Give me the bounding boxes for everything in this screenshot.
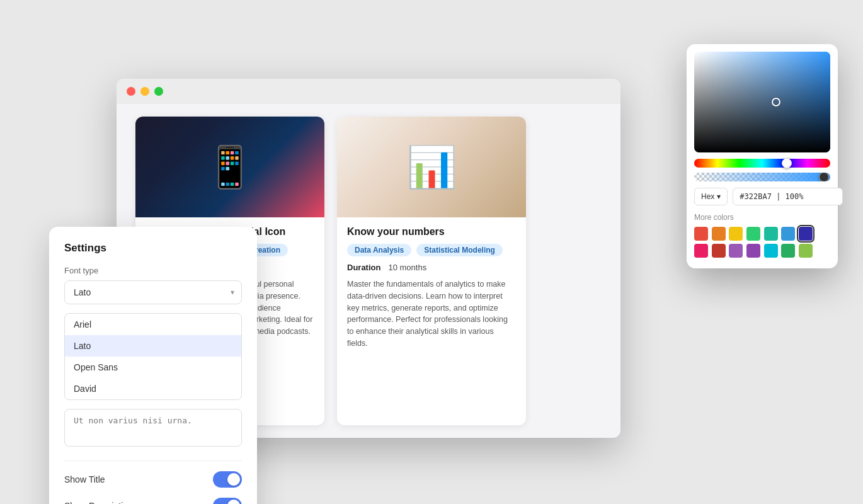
divider [64,461,242,461]
alpha-overlay [694,173,830,181]
color-gradient-canvas[interactable] [694,52,830,152]
hex-value-input[interactable] [733,188,843,205]
card-image-phone: 📱 [135,117,324,217]
traffic-light-red[interactable] [127,87,135,96]
hue-thumb [782,158,792,168]
hex-format-chevron-icon: ▾ [717,192,721,201]
font-option-david[interactable]: David [65,378,241,399]
traffic-light-yellow[interactable] [140,87,149,96]
swatch-orange[interactable] [712,227,726,241]
swatch-lime[interactable] [799,244,813,258]
browser-titlebar [117,79,620,104]
card-image-desk: 📊 [337,117,526,217]
more-colors-label: More colors [694,213,830,222]
alpha-slider-container[interactable] [694,173,830,181]
swatch-teal[interactable] [764,227,778,241]
font-dropdown-list[interactable]: Ariel Lato Open Sans David [64,313,242,400]
hue-slider-container[interactable] [694,159,830,168]
traffic-light-green[interactable] [154,87,163,96]
duration-label-2: Duration [347,263,380,272]
settings-panel: Settings Font type Lato Ariel Open Sans … [49,227,257,504]
color-swatches-row2 [694,244,830,258]
swatch-placeholder-1 [816,227,830,241]
swatch-pink[interactable] [694,244,708,258]
swatch-red[interactable] [694,227,708,241]
show-title-toggle[interactable] [213,471,242,488]
preview-textarea[interactable] [64,409,242,447]
tag-row-2: Data Analysis Statistical Modeling [347,244,516,256]
alpha-checker[interactable] [694,173,830,181]
swatch-purple[interactable] [729,244,743,258]
settings-title: Settings [64,242,242,255]
swatch-crimson[interactable] [712,244,726,258]
tag-statistical-modeling[interactable]: Statistical Modeling [416,244,503,256]
show-title-toggle-knob [227,473,240,486]
font-option-ariel[interactable]: Ariel [65,314,241,335]
swatch-dark-purple[interactable] [746,244,760,258]
hue-slider[interactable] [694,159,830,168]
textarea-wrapper[interactable] [64,409,242,449]
swatch-green[interactable] [746,227,760,241]
card-title-2: Know your numbers [347,226,516,238]
show-description-row: Show Description [64,498,242,504]
alpha-thumb [819,173,829,181]
swatch-blue[interactable] [781,227,795,241]
swatch-placeholder-2 [816,244,830,258]
color-swatches-row1 [694,227,830,241]
font-type-label: Font type [64,266,242,275]
hex-format-label: Hex [701,192,714,201]
font-option-opensans[interactable]: Open Sans [65,357,241,378]
show-title-label: Show Title [64,474,105,484]
duration-val-2: 10 months [388,263,426,272]
show-title-row: Show Title [64,471,242,488]
course-card-2: 📊 Know your numbers Data Analysis Statis… [337,117,526,425]
card-desc-2: Master the fundamentals of analytics to … [347,278,516,350]
swatch-cyan[interactable] [764,244,778,258]
show-description-toggle[interactable] [213,498,242,504]
duration-row-2: Duration 10 months [347,263,516,272]
font-select-wrapper[interactable]: Lato Ariel Open Sans David ▾ [64,280,242,304]
show-description-label: Show Description [64,501,133,504]
hex-format-select[interactable]: Hex ▾ [694,188,728,205]
hex-row: Hex ▾ [694,188,830,205]
swatch-dark-green[interactable] [781,244,795,258]
swatch-indigo[interactable] [799,227,813,241]
color-picker: Hex ▾ More colors [687,44,838,268]
font-option-lato[interactable]: Lato [65,335,241,357]
font-type-select[interactable]: Lato Ariel Open Sans David [64,280,242,304]
card-body-2: Know your numbers Data Analysis Statisti… [337,217,526,358]
tag-data-analysis[interactable]: Data Analysis [347,244,411,256]
swatch-yellow[interactable] [729,227,743,241]
show-description-toggle-knob [227,500,240,504]
